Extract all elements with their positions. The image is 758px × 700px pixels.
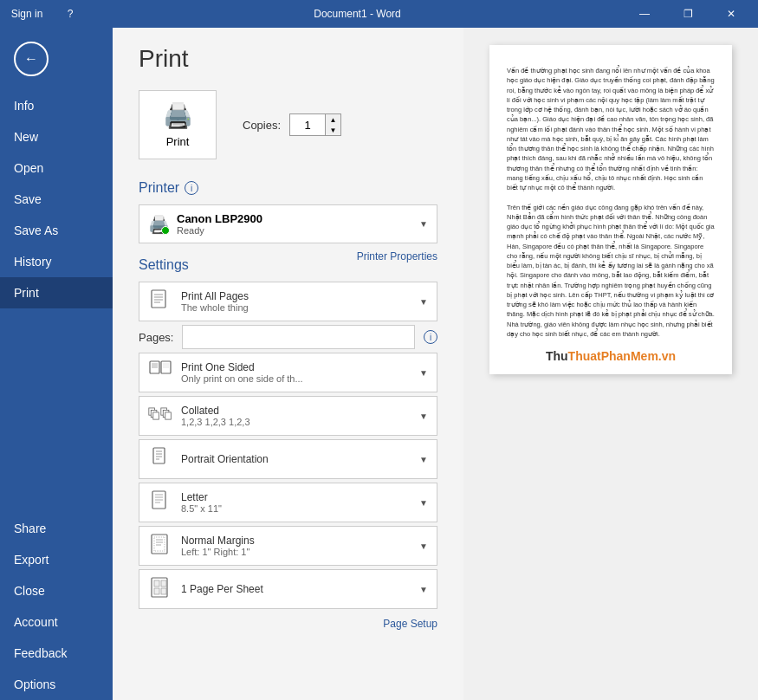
- setting-print-one-sided[interactable]: Print One Sided Only print on one side o…: [139, 353, 437, 392]
- setting-print-all-pages-arrow: ▼: [419, 297, 428, 307]
- print-action-section: 🖨️ Print Copies: ▲ ▼: [139, 90, 437, 159]
- title-bar-sign-in[interactable]: Sign in: [7, 0, 47, 28]
- setting-one-sided-arrow: ▼: [419, 368, 428, 378]
- printer-status: Ready: [177, 225, 419, 236]
- setting-letter-desc: 8.5" x 11": [181, 503, 411, 514]
- back-icon: ←: [24, 51, 38, 67]
- setting-pages-per-sheet[interactable]: 1 Page Per Sheet ▼: [139, 569, 437, 609]
- setting-orientation-name: Portrait Orientation: [181, 453, 411, 465]
- sidebar-nav: InfoNewOpenSaveSave AsHistoryPrint: [0, 90, 113, 308]
- sidebar-account-nav: AccountFeedbackOptions: [0, 606, 113, 700]
- orientation-icon: [148, 447, 172, 471]
- copies-input-wrap: ▲ ▼: [289, 113, 341, 136]
- title-bar-help[interactable]: ?: [50, 0, 90, 28]
- print-all-pages-icon: [148, 289, 172, 314]
- pages-per-sheet-icon: [148, 577, 172, 601]
- pages-label: Pages:: [139, 331, 173, 344]
- print-one-sided-icon: [148, 360, 172, 385]
- app-body: ← InfoNewOpenSaveSave AsHistoryPrint Sha…: [0, 28, 758, 700]
- printer-dropdown-arrow: ▼: [419, 219, 428, 229]
- watermark-thuat: Thuat: [568, 349, 601, 363]
- setting-orientation[interactable]: Portrait Orientation ▼: [139, 439, 437, 479]
- setting-print-all-pages-text: Print All Pages The whole thing: [181, 290, 411, 313]
- copies-section: Copies: ▲ ▼: [243, 113, 341, 136]
- margins-icon: [148, 534, 172, 558]
- setting-margins-desc: Left: 1" Right: 1": [181, 547, 411, 557]
- sidebar-item-close[interactable]: Close: [0, 575, 113, 606]
- sidebar-item-save-as[interactable]: Save As: [0, 215, 113, 246]
- sidebar-item-print[interactable]: Print: [0, 277, 113, 308]
- close-button[interactable]: ✕: [711, 0, 751, 28]
- svg-rect-36: [161, 580, 166, 587]
- svg-rect-18: [165, 412, 172, 419]
- restore-button[interactable]: ❐: [668, 0, 708, 28]
- svg-rect-37: [154, 588, 159, 594]
- sidebar-item-options[interactable]: Options: [0, 669, 113, 700]
- main-content: Print 🖨️ Print Copies: ▲ ▼: [113, 28, 758, 700]
- setting-pages-per-sheet-name: 1 Page Per Sheet: [181, 583, 411, 595]
- sidebar-item-save[interactable]: Save: [0, 184, 113, 215]
- printer-icon: 🖨️: [148, 214, 170, 235]
- setting-collated-name: Collated: [181, 405, 411, 417]
- sidebar-bottom: ShareExportClose AccountFeedbackOptions: [0, 513, 113, 700]
- watermark: ThuThuatPhanMem.vn: [546, 347, 676, 366]
- setting-margins-arrow: ▼: [419, 541, 428, 551]
- setting-letter-name: Letter: [181, 491, 411, 503]
- title-bar: Sign in ? Document1 - Word — ❐ ✕: [0, 0, 758, 28]
- copies-down-button[interactable]: ▼: [325, 125, 340, 135]
- settings-section-title: Settings: [139, 257, 357, 273]
- setting-print-all-pages-desc: The whole thing: [181, 302, 411, 313]
- settings-section: Settings Print All Pages: [139, 257, 437, 609]
- title-bar-left: Sign in ?: [7, 0, 90, 28]
- print-button[interactable]: 🖨️ Print: [139, 90, 217, 159]
- setting-collated-arrow: ▼: [419, 412, 428, 421]
- minimize-button[interactable]: —: [625, 0, 664, 28]
- printer-section-title: Printer i: [139, 180, 437, 196]
- watermark-phan: Phan: [601, 349, 631, 363]
- setting-letter[interactable]: Letter 8.5" x 11" ▼: [139, 483, 437, 522]
- printer-info-icon[interactable]: i: [185, 181, 198, 195]
- sidebar-item-export[interactable]: Export: [0, 544, 113, 575]
- sidebar-item-feedback[interactable]: Feedback: [0, 638, 113, 669]
- pages-info-icon[interactable]: i: [424, 330, 437, 344]
- setting-orientation-arrow: ▼: [419, 455, 428, 464]
- copies-spinner: ▲ ▼: [325, 114, 340, 135]
- svg-rect-19: [153, 448, 165, 463]
- setting-margins[interactable]: Normal Margins Left: 1" Right: 1" ▼: [139, 526, 437, 566]
- setting-print-one-sided-name: Print One Sided: [181, 361, 411, 373]
- title-bar-title: Document1 - Word: [90, 8, 625, 20]
- setting-pages-per-sheet-text: 1 Page Per Sheet: [181, 583, 411, 595]
- sidebar-item-new[interactable]: New: [0, 121, 113, 152]
- printer-info: Canon LBP2900 Ready: [177, 212, 419, 236]
- printer-properties-link[interactable]: Printer Properties: [357, 250, 437, 262]
- copies-up-button[interactable]: ▲: [325, 114, 340, 125]
- sidebar-item-history[interactable]: History: [0, 246, 113, 277]
- setting-letter-text: Letter 8.5" x 11": [181, 491, 411, 514]
- setting-print-all-pages[interactable]: Print All Pages The whole thing ▼: [139, 282, 437, 321]
- printer-select[interactable]: 🖨️ Canon LBP2900 Ready ▼: [139, 204, 437, 243]
- sidebar: ← InfoNewOpenSaveSave AsHistoryPrint Sha…: [0, 28, 113, 700]
- setting-collated-text: Collated 1,2,3 1,2,3 1,2,3: [181, 405, 411, 427]
- svg-rect-38: [161, 588, 166, 594]
- sidebar-item-open[interactable]: Open: [0, 152, 113, 184]
- sidebar-item-info[interactable]: Info: [0, 90, 113, 121]
- sidebar-bottom-nav: ShareExportClose: [0, 513, 113, 606]
- sidebar-item-share[interactable]: Share: [0, 513, 113, 544]
- setting-print-one-sided-text: Print One Sided Only print on one side o…: [181, 361, 411, 384]
- setting-collated-desc: 1,2,3 1,2,3 1,2,3: [181, 417, 411, 427]
- page-setup-link[interactable]: Page Setup: [383, 618, 437, 630]
- sidebar-item-account[interactable]: Account: [0, 606, 113, 638]
- pages-row: Pages: i: [139, 325, 437, 349]
- setting-collated[interactable]: Collated 1,2,3 1,2,3 1,2,3 ▼: [139, 396, 437, 436]
- page-title: Print: [139, 45, 437, 73]
- svg-rect-0: [152, 290, 165, 308]
- copies-input[interactable]: [290, 115, 325, 135]
- setting-pages-per-sheet-arrow: ▼: [419, 585, 428, 594]
- watermark-vn: vn: [662, 349, 676, 363]
- preview-page: Vấn đề thường phạt học sinh đang nổi lên…: [489, 45, 732, 374]
- title-bar-controls: — ❐ ✕: [625, 0, 751, 28]
- back-button[interactable]: ←: [14, 42, 49, 76]
- preview-area: Vấn đề thường phạt học sinh đang nổi lên…: [463, 28, 758, 700]
- setting-letter-arrow: ▼: [419, 498, 428, 508]
- pages-input[interactable]: [182, 325, 415, 349]
